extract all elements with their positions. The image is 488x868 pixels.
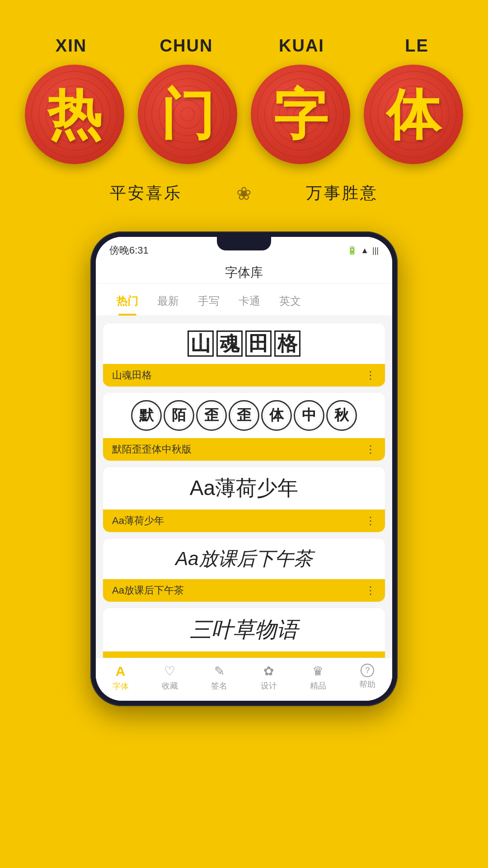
nav-icon-signature: ✎ bbox=[214, 664, 225, 679]
font-card-3[interactable]: Aa薄荷少年 Aa薄荷少年 ⋮ bbox=[103, 467, 385, 533]
top-section: XIN CHUN KUAI LE 热 门 字 体 平安喜乐 ❀ 万事胜意 bbox=[0, 0, 488, 204]
circles-row: 热 门 字 体 bbox=[25, 65, 463, 164]
font-name-4: Aa放课后下午茶 bbox=[112, 584, 184, 597]
nav-help[interactable]: ? 帮助 bbox=[359, 664, 375, 692]
wifi-icon: ▲ bbox=[361, 246, 369, 255]
app-title: 字体库 bbox=[225, 265, 263, 279]
nav-label-fonts: 字体 bbox=[113, 681, 129, 692]
font-card-1[interactable]: 山 魂 田 格 山魂田格 ⋮ bbox=[103, 323, 385, 387]
nav-premium[interactable]: ♛ 精品 bbox=[310, 664, 326, 692]
font-text-5: 三叶草物语 bbox=[190, 615, 298, 644]
nav-icon-favorites: ♡ bbox=[164, 664, 175, 679]
nav-design[interactable]: ✿ 设计 bbox=[261, 664, 277, 692]
pinyin-xin: XIN bbox=[27, 36, 115, 56]
phone-notch bbox=[217, 237, 271, 250]
circle-men: 门 bbox=[138, 65, 237, 164]
nav-label-favorites: 收藏 bbox=[162, 680, 178, 691]
nav-icon-help: ? bbox=[361, 664, 374, 677]
nav-label-premium: 精品 bbox=[310, 680, 326, 691]
pinyin-chun: CHUN bbox=[142, 36, 230, 56]
char-re: 热 bbox=[47, 87, 102, 142]
more-icon-2[interactable]: ⋮ bbox=[365, 443, 376, 456]
font-name-1: 山魂田格 bbox=[112, 368, 152, 382]
char-ti: 体 bbox=[386, 87, 441, 142]
circle-char-7: 秋 bbox=[326, 400, 357, 431]
char-zi: 字 bbox=[273, 87, 328, 142]
font-preview-4: Aa放课后下午茶 bbox=[103, 538, 385, 579]
font-list: 山 魂 田 格 山魂田格 ⋮ 默 bbox=[96, 316, 392, 681]
pinyin-le: LE bbox=[373, 36, 461, 56]
tabs-row[interactable]: 热门 最新 手写 卡通 英文 bbox=[96, 284, 392, 316]
circle-char-4: 歪 bbox=[229, 400, 259, 431]
circle-char-6: 中 bbox=[294, 400, 324, 431]
font-card-2[interactable]: 默 陌 歪 歪 体 中 秋 默陌歪歪体中秋版 ⋮ bbox=[103, 392, 385, 461]
font-preview-5: 三叶草物语 bbox=[103, 608, 385, 651]
font-text-4: Aa放课后下午茶 bbox=[175, 546, 312, 571]
font-preview-2: 默 陌 歪 歪 体 中 秋 bbox=[103, 393, 385, 438]
phone-mockup: 傍晚6:31 🔋 ▲ ||| 字体库 热门 最新 手写 卡通 英文 bbox=[90, 231, 398, 706]
battery-icon: 🔋 bbox=[347, 245, 357, 255]
nav-icon-design: ✿ bbox=[263, 664, 274, 679]
nav-label-design: 设计 bbox=[261, 680, 277, 691]
font-footer-1: 山魂田格 ⋮ bbox=[103, 364, 385, 387]
signal-icon: ||| bbox=[372, 246, 379, 255]
nav-icon-premium: ♛ bbox=[312, 664, 324, 679]
nav-label-signature: 签名 bbox=[211, 680, 227, 691]
grid-char-2: 魂 bbox=[216, 330, 243, 357]
font-text-3: Aa薄荷少年 bbox=[190, 474, 298, 502]
phone-screen: 傍晚6:31 🔋 ▲ ||| 字体库 热门 最新 手写 卡通 英文 bbox=[96, 237, 392, 701]
tab-english[interactable]: 英文 bbox=[272, 291, 308, 316]
circle-char-3: 歪 bbox=[196, 400, 227, 431]
phone-container: 傍晚6:31 🔋 ▲ ||| 字体库 热门 最新 手写 卡通 英文 bbox=[0, 231, 488, 706]
status-time: 傍晚6:31 bbox=[109, 244, 149, 257]
font-card-4[interactable]: Aa放课后下午茶 Aa放课后下午茶 ⋮ bbox=[103, 538, 385, 602]
grid-char-1: 山 bbox=[188, 330, 214, 357]
subtitle-right: 万事胜意 bbox=[306, 182, 378, 204]
nav-fonts[interactable]: A 字体 bbox=[113, 664, 129, 692]
font-preview-1: 山 魂 田 格 bbox=[103, 323, 385, 364]
pinyin-kuai: KUAI bbox=[258, 36, 346, 56]
font-footer-4: Aa放课后下午茶 ⋮ bbox=[103, 579, 385, 602]
tab-hot[interactable]: 热门 bbox=[109, 291, 145, 316]
circle-char-1: 默 bbox=[131, 400, 162, 431]
tab-cartoon[interactable]: 卡通 bbox=[231, 291, 267, 316]
tab-handwriting[interactable]: 手写 bbox=[191, 291, 227, 316]
lotus-icon: ❀ bbox=[236, 183, 252, 204]
nav-label-help: 帮助 bbox=[359, 679, 375, 690]
font-preview-3: Aa薄荷少年 bbox=[103, 467, 385, 509]
font-footer-3: Aa薄荷少年 ⋮ bbox=[103, 509, 385, 532]
nav-signature[interactable]: ✎ 签名 bbox=[211, 664, 227, 692]
more-icon-1[interactable]: ⋮ bbox=[365, 369, 376, 382]
subtitle-row: 平安喜乐 ❀ 万事胜意 bbox=[110, 182, 378, 204]
more-icon-4[interactable]: ⋮ bbox=[365, 584, 376, 597]
nav-icon-fonts: A bbox=[116, 664, 126, 679]
tab-new[interactable]: 最新 bbox=[150, 291, 186, 316]
grid-char-4: 格 bbox=[274, 330, 300, 357]
grid-char-3: 田 bbox=[245, 330, 272, 357]
circle-char-5: 体 bbox=[261, 400, 292, 431]
font-name-3: Aa薄荷少年 bbox=[112, 514, 164, 528]
bottom-nav: A 字体 ♡ 收藏 ✎ 签名 ✿ 设计 ♛ 精品 bbox=[96, 658, 392, 701]
status-icons: 🔋 ▲ ||| bbox=[347, 245, 379, 255]
circle-zi: 字 bbox=[251, 65, 350, 164]
pinyin-row: XIN CHUN KUAI LE bbox=[0, 36, 488, 56]
subtitle-left: 平安喜乐 bbox=[110, 182, 182, 204]
circle-re: 热 bbox=[25, 65, 124, 164]
more-icon-3[interactable]: ⋮ bbox=[365, 514, 376, 527]
circle-ti: 体 bbox=[364, 65, 463, 164]
nav-favorites[interactable]: ♡ 收藏 bbox=[162, 664, 178, 692]
font-name-2: 默陌歪歪体中秋版 bbox=[112, 443, 192, 456]
circle-char-2: 陌 bbox=[164, 400, 194, 431]
font-footer-2: 默陌歪歪体中秋版 ⋮ bbox=[103, 438, 385, 461]
app-header: 字体库 bbox=[96, 259, 392, 284]
char-men: 门 bbox=[160, 87, 215, 142]
